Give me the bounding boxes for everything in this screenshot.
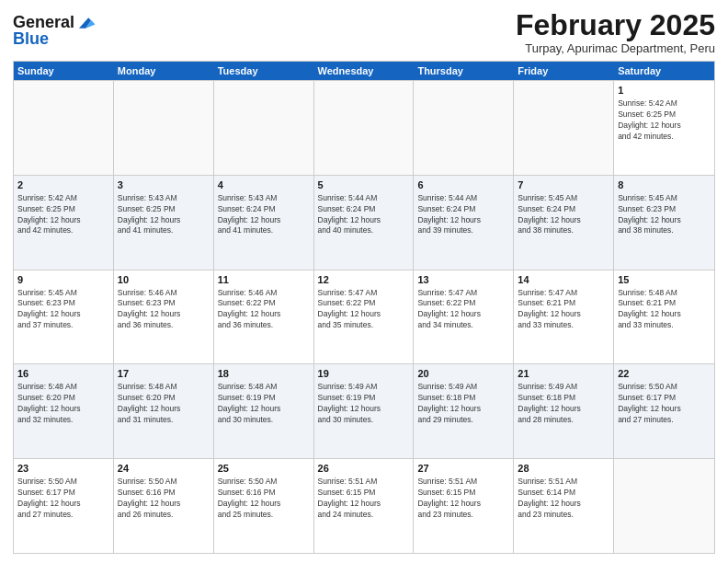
- cal-cell-4-1: 16Sunrise: 5:48 AM Sunset: 6:20 PM Dayli…: [14, 364, 114, 458]
- calendar-row-3: 9Sunrise: 5:45 AM Sunset: 6:23 PM Daylig…: [14, 270, 714, 364]
- logo: General Blue: [13, 13, 97, 49]
- day-info: Sunrise: 5:42 AM Sunset: 6:25 PM Dayligh…: [618, 98, 711, 143]
- day-info: Sunrise: 5:45 AM Sunset: 6:23 PM Dayligh…: [17, 288, 109, 332]
- day-number: 17: [118, 367, 210, 381]
- cal-cell-5-1: 23Sunrise: 5:50 AM Sunset: 6:17 PM Dayli…: [14, 459, 114, 553]
- day-info: Sunrise: 5:49 AM Sunset: 6:19 PM Dayligh…: [318, 382, 410, 426]
- cal-cell-3-5: 13Sunrise: 5:47 AM Sunset: 6:22 PM Dayli…: [414, 270, 514, 364]
- day-info: Sunrise: 5:44 AM Sunset: 6:24 PM Dayligh…: [318, 193, 410, 237]
- day-number: 10: [118, 273, 210, 287]
- cal-cell-3-4: 12Sunrise: 5:47 AM Sunset: 6:22 PM Dayli…: [314, 270, 415, 364]
- day-info: Sunrise: 5:42 AM Sunset: 6:25 PM Dayligh…: [17, 193, 109, 237]
- day-number: 2: [17, 178, 109, 192]
- cal-cell-5-4: 26Sunrise: 5:51 AM Sunset: 6:15 PM Dayli…: [314, 459, 415, 553]
- cal-cell-5-3: 25Sunrise: 5:50 AM Sunset: 6:16 PM Dayli…: [214, 459, 314, 553]
- day-number: 21: [518, 367, 609, 381]
- cal-cell-1-3: [214, 81, 314, 175]
- cal-cell-3-6: 14Sunrise: 5:47 AM Sunset: 6:21 PM Dayli…: [514, 270, 614, 364]
- cal-cell-2-1: 2Sunrise: 5:42 AM Sunset: 6:25 PM Daylig…: [14, 176, 114, 270]
- cal-cell-4-3: 18Sunrise: 5:48 AM Sunset: 6:19 PM Dayli…: [214, 364, 314, 458]
- day-number: 8: [618, 178, 711, 192]
- day-number: 16: [17, 367, 109, 381]
- day-number: 11: [218, 273, 310, 287]
- day-number: 15: [618, 273, 711, 287]
- calendar-row-5: 23Sunrise: 5:50 AM Sunset: 6:17 PM Dayli…: [14, 458, 714, 553]
- calendar-row-4: 16Sunrise: 5:48 AM Sunset: 6:20 PM Dayli…: [14, 363, 714, 458]
- day-number: 23: [17, 462, 109, 476]
- day-number: 5: [318, 178, 410, 192]
- day-info: Sunrise: 5:46 AM Sunset: 6:22 PM Dayligh…: [218, 288, 310, 332]
- day-info: Sunrise: 5:51 AM Sunset: 6:14 PM Dayligh…: [518, 477, 609, 521]
- day-number: 3: [118, 178, 210, 192]
- calendar-header: SundayMondayTuesdayWednesdayThursdayFrid…: [14, 62, 714, 80]
- day-number: 20: [417, 367, 509, 381]
- day-info: Sunrise: 5:47 AM Sunset: 6:22 PM Dayligh…: [318, 288, 410, 332]
- cal-cell-1-5: [414, 81, 514, 175]
- cal-cell-2-3: 4Sunrise: 5:43 AM Sunset: 6:24 PM Daylig…: [214, 176, 314, 270]
- day-info: Sunrise: 5:50 AM Sunset: 6:17 PM Dayligh…: [618, 382, 711, 426]
- day-info: Sunrise: 5:43 AM Sunset: 6:25 PM Dayligh…: [118, 193, 210, 237]
- day-info: Sunrise: 5:47 AM Sunset: 6:21 PM Dayligh…: [518, 288, 609, 332]
- cal-cell-3-2: 10Sunrise: 5:46 AM Sunset: 6:23 PM Dayli…: [114, 270, 214, 364]
- day-info: Sunrise: 5:46 AM Sunset: 6:23 PM Dayligh…: [118, 288, 210, 332]
- weekday-header-monday: Monday: [114, 62, 214, 80]
- calendar: SundayMondayTuesdayWednesdayThursdayFrid…: [13, 61, 715, 554]
- day-info: Sunrise: 5:48 AM Sunset: 6:21 PM Dayligh…: [618, 288, 711, 332]
- cal-cell-5-2: 24Sunrise: 5:50 AM Sunset: 6:16 PM Dayli…: [114, 459, 214, 553]
- day-info: Sunrise: 5:43 AM Sunset: 6:24 PM Dayligh…: [218, 193, 310, 237]
- cal-cell-5-5: 27Sunrise: 5:51 AM Sunset: 6:15 PM Dayli…: [414, 459, 514, 553]
- day-info: Sunrise: 5:50 AM Sunset: 6:17 PM Dayligh…: [17, 477, 109, 521]
- weekday-header-saturday: Saturday: [614, 62, 714, 80]
- day-number: 13: [417, 273, 509, 287]
- calendar-row-2: 2Sunrise: 5:42 AM Sunset: 6:25 PM Daylig…: [14, 175, 714, 270]
- cal-cell-3-7: 15Sunrise: 5:48 AM Sunset: 6:21 PM Dayli…: [614, 270, 714, 364]
- day-number: 1: [618, 84, 711, 98]
- header: General Blue February 2025 Turpay, Apuri…: [13, 9, 715, 55]
- weekday-header-tuesday: Tuesday: [214, 62, 314, 80]
- day-number: 12: [318, 273, 410, 287]
- cal-cell-2-6: 7Sunrise: 5:45 AM Sunset: 6:24 PM Daylig…: [514, 176, 614, 270]
- day-info: Sunrise: 5:45 AM Sunset: 6:23 PM Dayligh…: [618, 193, 711, 237]
- weekday-header-friday: Friday: [514, 62, 614, 80]
- day-info: Sunrise: 5:50 AM Sunset: 6:16 PM Dayligh…: [218, 477, 310, 521]
- day-info: Sunrise: 5:47 AM Sunset: 6:22 PM Dayligh…: [417, 288, 509, 332]
- day-number: 19: [318, 367, 410, 381]
- day-number: 18: [218, 367, 310, 381]
- logo-icon: [76, 13, 97, 33]
- day-info: Sunrise: 5:45 AM Sunset: 6:24 PM Dayligh…: [518, 193, 609, 237]
- day-number: 27: [417, 462, 509, 476]
- cal-cell-1-6: [514, 81, 614, 175]
- day-number: 28: [518, 462, 609, 476]
- day-number: 25: [218, 462, 310, 476]
- day-number: 22: [618, 367, 711, 381]
- day-number: 4: [218, 178, 310, 192]
- cal-cell-4-2: 17Sunrise: 5:48 AM Sunset: 6:20 PM Dayli…: [114, 364, 214, 458]
- day-number: 26: [318, 462, 410, 476]
- cal-cell-4-6: 21Sunrise: 5:49 AM Sunset: 6:18 PM Dayli…: [514, 364, 614, 458]
- weekday-header-wednesday: Wednesday: [314, 62, 415, 80]
- cal-cell-4-5: 20Sunrise: 5:49 AM Sunset: 6:18 PM Dayli…: [414, 364, 514, 458]
- day-info: Sunrise: 5:49 AM Sunset: 6:18 PM Dayligh…: [417, 382, 509, 426]
- day-info: Sunrise: 5:44 AM Sunset: 6:24 PM Dayligh…: [417, 193, 509, 237]
- day-number: 14: [518, 273, 609, 287]
- cal-cell-3-1: 9Sunrise: 5:45 AM Sunset: 6:23 PM Daylig…: [14, 270, 114, 364]
- day-number: 9: [17, 273, 109, 287]
- calendar-row-1: 1Sunrise: 5:42 AM Sunset: 6:25 PM Daylig…: [14, 80, 714, 175]
- day-info: Sunrise: 5:48 AM Sunset: 6:19 PM Dayligh…: [218, 382, 310, 426]
- title-block: February 2025 Turpay, Apurimac Departmen…: [516, 9, 715, 55]
- day-info: Sunrise: 5:51 AM Sunset: 6:15 PM Dayligh…: [417, 477, 509, 521]
- cal-cell-2-2: 3Sunrise: 5:43 AM Sunset: 6:25 PM Daylig…: [114, 176, 214, 270]
- cal-cell-2-7: 8Sunrise: 5:45 AM Sunset: 6:23 PM Daylig…: [614, 176, 714, 270]
- day-info: Sunrise: 5:48 AM Sunset: 6:20 PM Dayligh…: [118, 382, 210, 426]
- page: General Blue February 2025 Turpay, Apuri…: [0, 0, 728, 563]
- month-title: February 2025: [516, 9, 715, 41]
- cal-cell-5-6: 28Sunrise: 5:51 AM Sunset: 6:14 PM Dayli…: [514, 459, 614, 553]
- cal-cell-5-7: [614, 459, 714, 553]
- cal-cell-1-7: 1Sunrise: 5:42 AM Sunset: 6:25 PM Daylig…: [614, 81, 714, 175]
- day-number: 24: [118, 462, 210, 476]
- cal-cell-2-5: 6Sunrise: 5:44 AM Sunset: 6:24 PM Daylig…: [414, 176, 514, 270]
- calendar-body: 1Sunrise: 5:42 AM Sunset: 6:25 PM Daylig…: [14, 80, 714, 553]
- day-info: Sunrise: 5:51 AM Sunset: 6:15 PM Dayligh…: [318, 477, 410, 521]
- weekday-header-thursday: Thursday: [414, 62, 514, 80]
- day-info: Sunrise: 5:50 AM Sunset: 6:16 PM Dayligh…: [118, 477, 210, 521]
